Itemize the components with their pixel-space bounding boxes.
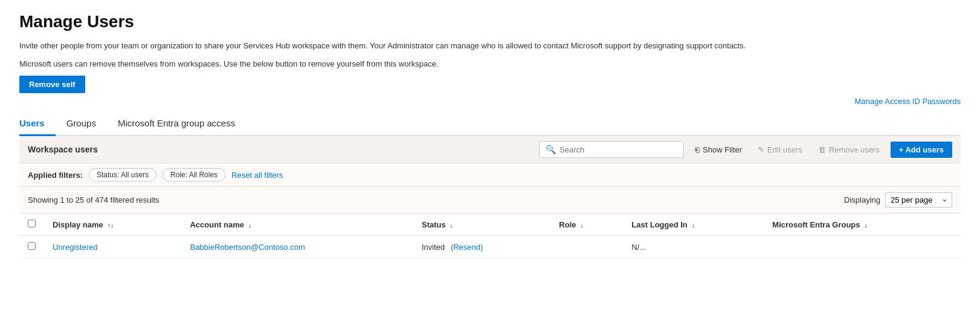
col-last-logged-in[interactable]: Last Logged In ↓ — [623, 214, 764, 236]
col-role-label: Role — [559, 220, 576, 229]
sort-icon-display-name: ↑↓ — [107, 221, 114, 229]
sort-icon-role: ↓ — [580, 221, 584, 229]
tab-users[interactable]: Users — [19, 112, 56, 136]
filter-chip-role[interactable]: Role: All Roles — [163, 168, 225, 181]
description-2: Microsoft users can remove themselves fr… — [19, 58, 961, 70]
col-entra-groups[interactable]: Microsoft Entra Groups ↓ — [764, 214, 961, 236]
filter-icon: ⎗ — [695, 145, 700, 154]
row-checkbox-cell[interactable] — [19, 236, 44, 258]
col-display-name[interactable]: Display name ↑↓ — [44, 214, 181, 236]
manage-access-id-passwords-link[interactable]: Manage Access ID Passwords — [854, 97, 961, 106]
show-filter-label: Show Filter — [703, 145, 742, 154]
add-users-button[interactable]: + Add users — [891, 142, 952, 158]
row-checkbox[interactable] — [28, 242, 36, 250]
cell-account-name[interactable]: BabbieRobertson@Contoso.com — [181, 236, 413, 258]
workspace-users-label: Workspace users — [28, 145, 533, 154]
status-text: Invited — [422, 243, 445, 252]
filters-row: Applied filters: Status: All users Role:… — [19, 163, 961, 187]
filter-chip-status[interactable]: Status: All users — [89, 168, 156, 181]
tabs-bar: Users Groups Microsoft Entra group acces… — [19, 112, 961, 136]
col-account-name[interactable]: Account name ↓ — [181, 214, 413, 236]
table-row: Unregistered BabbieRobertson@Contoso.com… — [19, 236, 961, 258]
applied-filters-label: Applied filters: — [28, 171, 83, 180]
col-last-logged-in-label: Last Logged In — [631, 220, 687, 229]
cell-display-name[interactable]: Unregistered — [44, 236, 181, 258]
col-account-name-label: Account name — [190, 220, 244, 229]
trash-icon: 🗑 — [818, 145, 826, 154]
per-page-wrapper[interactable]: 25 per page 50 per page 100 per page — [885, 192, 952, 207]
edit-users-label: Edit users — [767, 145, 802, 154]
reset-all-filters-link[interactable]: Reset all filters — [231, 171, 283, 180]
cell-entra-groups — [764, 236, 961, 258]
col-entra-groups-label: Microsoft Entra Groups — [772, 220, 860, 229]
resend-link[interactable]: (Resend) — [451, 243, 483, 252]
col-status-label: Status — [422, 220, 446, 229]
col-checkbox[interactable] — [19, 214, 44, 236]
search-box[interactable]: 🔍 — [539, 141, 684, 158]
per-page-select[interactable]: 25 per page 50 per page 100 per page — [885, 192, 952, 207]
col-status[interactable]: Status ↓ — [413, 214, 550, 236]
cell-role — [550, 236, 623, 258]
search-input[interactable] — [559, 145, 662, 154]
sort-icon-status: ↓ — [450, 221, 453, 229]
add-users-label: + Add users — [899, 145, 944, 154]
select-all-checkbox[interactable] — [28, 220, 36, 227]
edit-icon: ✎ — [758, 145, 764, 154]
sort-icon-last-logged-in: ↓ — [691, 221, 695, 229]
description-1: Invite other people from your team or or… — [19, 40, 961, 52]
displaying-row: Displaying 25 per page 50 per page 100 p… — [844, 192, 952, 207]
remove-self-button[interactable]: Remove self — [19, 76, 85, 93]
toolbar: Workspace users 🔍 ⎗ Show Filter ✎ Edit u… — [19, 136, 961, 163]
cell-last-logged-in: N/... — [623, 236, 764, 258]
cell-status: Invited (Resend) — [413, 236, 550, 258]
remove-users-button[interactable]: 🗑 Remove users — [813, 143, 885, 157]
results-row: Showing 1 to 25 of 474 filtered results … — [19, 187, 961, 214]
edit-users-button[interactable]: ✎ Edit users — [753, 143, 807, 157]
sort-icon-entra-groups: ↓ — [864, 221, 868, 229]
col-role[interactable]: Role ↓ — [550, 214, 623, 236]
page-title: Manage Users — [19, 12, 961, 31]
sort-icon-account-name: ↓ — [248, 221, 252, 229]
users-table: Display name ↑↓ Account name ↓ Status ↓ … — [19, 214, 961, 258]
table-container: Display name ↑↓ Account name ↓ Status ↓ … — [19, 214, 961, 258]
tab-groups[interactable]: Groups — [66, 112, 107, 136]
results-text: Showing 1 to 25 of 474 filtered results — [28, 195, 160, 204]
col-display-name-label: Display name — [53, 220, 103, 229]
search-icon: 🔍 — [546, 145, 556, 154]
show-filter-button[interactable]: ⎗ Show Filter — [690, 143, 747, 157]
tab-entra[interactable]: Microsoft Entra group access — [118, 112, 246, 136]
displaying-label: Displaying — [844, 195, 880, 204]
remove-users-label: Remove users — [829, 145, 880, 154]
